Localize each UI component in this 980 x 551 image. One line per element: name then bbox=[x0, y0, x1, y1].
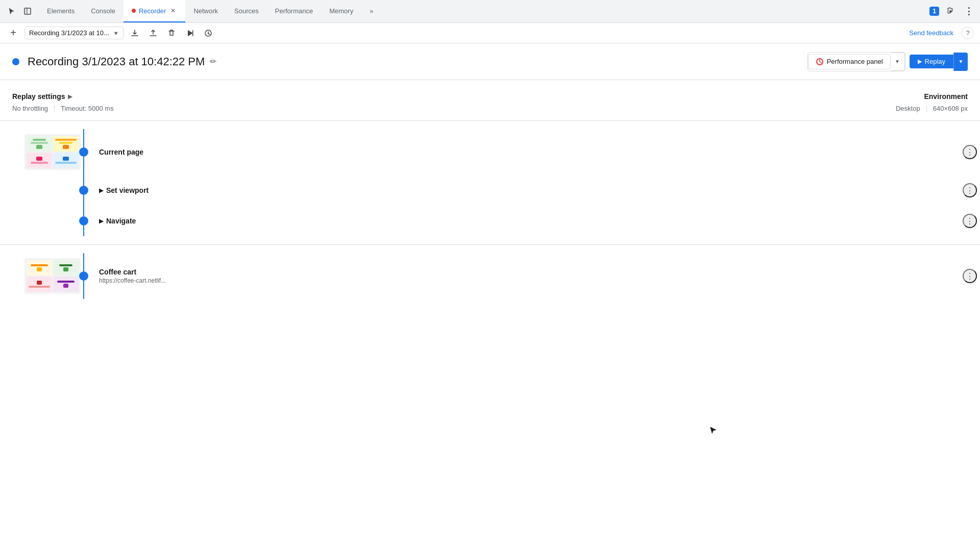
page1-label-group: Current page bbox=[99, 148, 960, 156]
delete-button[interactable] bbox=[164, 26, 179, 40]
tl-bot bbox=[83, 195, 84, 206]
viewport-label-group: ▶ Set viewport bbox=[99, 186, 960, 194]
recording-indicator bbox=[12, 58, 19, 65]
page1-thumb-area bbox=[0, 129, 68, 175]
chat-badge[interactable]: 1 bbox=[929, 7, 939, 16]
tab-more[interactable]: » bbox=[361, 0, 381, 22]
recording-dot bbox=[132, 9, 136, 13]
tab-performance-label: Performance bbox=[275, 7, 313, 15]
step-play-button[interactable] bbox=[183, 26, 197, 40]
viewport-timeline bbox=[68, 175, 99, 206]
page1-content: Current page bbox=[99, 129, 960, 175]
tab-sources-label: Sources bbox=[234, 7, 259, 15]
viewport-label: ▶ Set viewport bbox=[99, 186, 960, 194]
coffee-content: Coffee cart https://coffee-cart.netlif..… bbox=[99, 253, 960, 299]
viewport-more-button[interactable]: ⋮ bbox=[963, 183, 977, 197]
export-button[interactable] bbox=[128, 26, 142, 40]
replay-dropdown-arrow: ▼ bbox=[959, 59, 964, 64]
tab-sources[interactable]: Sources bbox=[226, 0, 267, 22]
performance-panel-dropdown[interactable]: ▼ bbox=[891, 53, 905, 71]
coffee-more-area: ⋮ bbox=[960, 253, 980, 299]
current-page-row: Current page ⋮ bbox=[0, 129, 980, 175]
page1-more-area: ⋮ bbox=[960, 129, 980, 175]
steps-container: Current page ⋮ ▶ Set viewport bbox=[0, 121, 980, 536]
settings-values: No throttling Timeout: 5000 ms bbox=[12, 105, 896, 112]
tab-elements-label: Elements bbox=[47, 7, 75, 15]
navigate-more-button[interactable]: ⋮ bbox=[963, 214, 977, 228]
replay-play-icon: ▶ bbox=[918, 58, 922, 65]
navigate-label-group: ▶ Navigate bbox=[99, 217, 960, 225]
replay-dropdown[interactable]: ▼ bbox=[953, 53, 968, 71]
perf-dropdown-arrow: ▼ bbox=[895, 59, 900, 64]
nav-tl-top bbox=[83, 206, 84, 216]
svg-rect-2 bbox=[192, 30, 193, 36]
coffee-tl-bot bbox=[83, 281, 84, 299]
tab-recorder[interactable]: Recorder ✕ bbox=[124, 0, 185, 22]
recording-title: Recording 3/1/2023 at 10:42:22 PM ✏ bbox=[28, 55, 807, 68]
coffee-more-button[interactable]: ⋮ bbox=[963, 269, 977, 283]
tab-elements[interactable]: Elements bbox=[39, 0, 83, 22]
tab-memory[interactable]: Memory bbox=[321, 0, 361, 22]
nav-tl-bot bbox=[83, 226, 84, 236]
env-title: Environment bbox=[896, 92, 968, 101]
page2-timeline bbox=[68, 253, 99, 299]
header-actions: Performance panel ▼ ▶ Replay ▼ bbox=[807, 52, 968, 71]
tl-line-top bbox=[83, 129, 84, 147]
tab-recorder-close[interactable]: ✕ bbox=[169, 7, 177, 15]
tab-network[interactable]: Network bbox=[185, 0, 226, 22]
viewport-expand-icon: ▶ bbox=[99, 187, 103, 194]
viewport-content: ▶ Set viewport bbox=[99, 175, 960, 206]
page1-more-button[interactable]: ⋮ bbox=[963, 145, 977, 159]
viewport-dot bbox=[79, 186, 88, 195]
performance-panel-button[interactable]: Performance panel bbox=[808, 54, 891, 69]
tab-list: Elements Console Recorder ✕ Network Sour… bbox=[39, 0, 929, 22]
recorder-toolbar: + Recording 3/1/2023 at 10... ▼ Send fee… bbox=[0, 23, 980, 43]
cursor-icon[interactable] bbox=[4, 4, 18, 18]
viewport-more-area: ⋮ bbox=[960, 175, 980, 206]
send-feedback-link[interactable]: Send feedback bbox=[909, 29, 953, 37]
navigate-label: ▶ Navigate bbox=[99, 217, 960, 225]
settings-title[interactable]: Replay settings ▶ bbox=[12, 92, 896, 101]
coffee-tl-top bbox=[83, 253, 84, 271]
tab-console-label: Console bbox=[91, 7, 115, 15]
env-resolution: 640×608 px bbox=[933, 105, 968, 112]
tab-icon-group bbox=[4, 4, 35, 18]
more-options-button[interactable]: ⋮ bbox=[962, 4, 976, 18]
navigate-dot bbox=[79, 216, 88, 226]
layout-icon[interactable] bbox=[20, 4, 35, 18]
navigate-row: ▶ Navigate ⋮ bbox=[0, 206, 980, 236]
add-recording-button[interactable]: + bbox=[6, 26, 20, 40]
page-coffee-section: Coffee cart https://coffee-cart.netlif..… bbox=[0, 245, 980, 307]
import-button[interactable] bbox=[146, 26, 160, 40]
performance-panel-label: Performance panel bbox=[827, 58, 883, 65]
viewport-spacer bbox=[0, 175, 68, 206]
tab-performance[interactable]: Performance bbox=[267, 0, 321, 22]
content-header: Recording 3/1/2023 at 10:42:22 PM ✏ Perf… bbox=[0, 43, 980, 80]
navigate-content: ▶ Navigate bbox=[99, 206, 960, 236]
coffee-label: Coffee cart bbox=[99, 268, 960, 276]
settings-button[interactable] bbox=[943, 4, 958, 18]
dropdown-arrow: ▼ bbox=[113, 30, 119, 36]
settings-left: Replay settings ▶ No throttling Timeout:… bbox=[12, 92, 896, 112]
env-type: Desktop bbox=[896, 105, 920, 112]
settings-divider bbox=[54, 105, 55, 112]
replay-button[interactable]: ▶ Replay bbox=[910, 55, 953, 68]
tl-top bbox=[83, 175, 84, 186]
settings-right: Environment Desktop 640×608 px bbox=[896, 92, 968, 112]
replay-settings-section: Replay settings ▶ No throttling Timeout:… bbox=[0, 80, 980, 121]
timeout-value: Timeout: 5000 ms bbox=[61, 105, 114, 112]
tab-console[interactable]: Console bbox=[83, 0, 124, 22]
recording-selector[interactable]: Recording 3/1/2023 at 10... ▼ bbox=[24, 27, 124, 39]
edit-title-icon[interactable]: ✏ bbox=[210, 57, 216, 66]
page1-timeline bbox=[68, 129, 99, 175]
page1-dot bbox=[79, 147, 88, 157]
page1-label: Current page bbox=[99, 148, 960, 156]
replay-group: ▶ Replay ▼ bbox=[910, 53, 968, 71]
coffee-dot bbox=[79, 271, 88, 281]
slow-play-button[interactable] bbox=[201, 26, 215, 40]
page2-thumb-area bbox=[0, 253, 68, 299]
help-button[interactable]: ? bbox=[962, 27, 974, 39]
svg-rect-1 bbox=[24, 8, 27, 14]
tab-recorder-label: Recorder bbox=[139, 7, 166, 15]
tab-network-label: Network bbox=[193, 7, 218, 15]
